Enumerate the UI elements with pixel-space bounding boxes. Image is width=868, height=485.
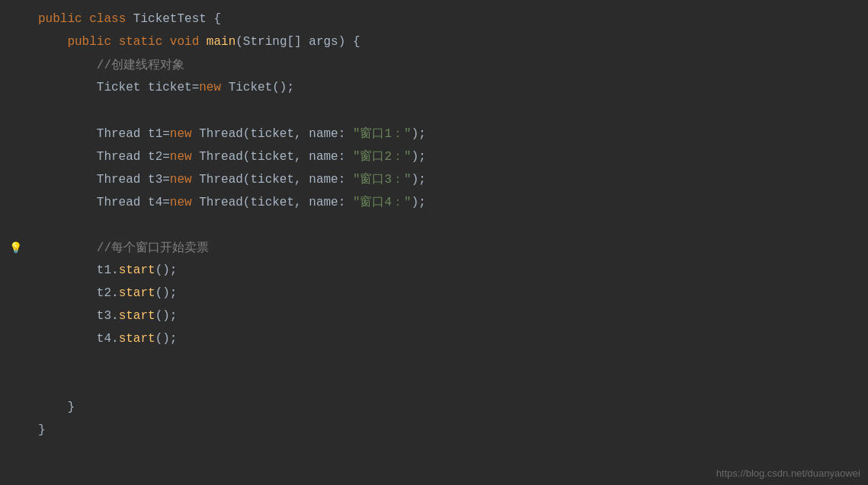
token-plain: (); bbox=[155, 332, 178, 346]
token-kw-new: new bbox=[199, 81, 228, 94]
token-plain: = bbox=[162, 150, 170, 164]
token-plain: = bbox=[162, 196, 170, 209]
token-plain: ); bbox=[412, 196, 426, 209]
line-content: Ticket ticket=new Ticket(); bbox=[30, 81, 868, 94]
token-plain: (ticket, bbox=[243, 127, 309, 141]
token-kw-new: new bbox=[170, 127, 199, 141]
line-content: } bbox=[30, 423, 868, 437]
code-line: Thread t2=new Thread(ticket, name: "窗口2：… bbox=[0, 145, 868, 168]
token-kw-name: name: bbox=[309, 173, 353, 187]
line-content: t1.start(); bbox=[30, 263, 868, 277]
token-thread-cls: Thread bbox=[199, 127, 243, 141]
code-line: //创建线程对象 bbox=[0, 53, 868, 76]
code-line: t1.start(); bbox=[0, 259, 868, 282]
token-method-name: start bbox=[119, 332, 155, 346]
token-thread-cls: Thread bbox=[199, 150, 243, 164]
token-var: t2 bbox=[97, 286, 111, 300]
token-thread-cls: Thread bbox=[97, 196, 148, 209]
token-plain: (); bbox=[155, 263, 178, 277]
token-string: "窗口2：" bbox=[353, 150, 412, 164]
token-plain: (String[] args) { bbox=[235, 35, 360, 49]
token-plain: . bbox=[111, 309, 119, 323]
token-plain: . bbox=[111, 263, 119, 277]
token-comment: //创建线程对象 bbox=[97, 59, 184, 72]
token-var: t4 bbox=[97, 332, 111, 346]
line-content: } bbox=[30, 400, 868, 414]
token-method-name: start bbox=[119, 263, 155, 277]
token-plain: } bbox=[67, 400, 75, 414]
token-plain: (ticket, bbox=[243, 173, 309, 187]
token-plain: = bbox=[192, 81, 200, 94]
token-var: t1 bbox=[97, 263, 111, 277]
token-plain: = bbox=[162, 127, 170, 141]
hint-icon: 💡 bbox=[9, 241, 22, 254]
token-var: t2 bbox=[148, 150, 162, 164]
token-var: t4 bbox=[148, 196, 162, 209]
token-method-name: main bbox=[207, 35, 235, 49]
token-plain: . bbox=[111, 332, 119, 346]
line-content: Thread t2=new Thread(ticket, name: "窗口2：… bbox=[30, 148, 868, 164]
line-content: //创建线程对象 bbox=[30, 57, 868, 73]
line-content: t2.start(); bbox=[30, 286, 868, 300]
code-line: t3.start(); bbox=[0, 305, 868, 327]
token-thread-cls: Thread bbox=[199, 173, 243, 187]
token-plain: (); bbox=[155, 309, 178, 323]
token-kw-static: static bbox=[119, 35, 170, 49]
token-plain: (ticket, bbox=[243, 196, 309, 209]
token-method-name: start bbox=[119, 286, 155, 300]
line-content: Thread t1=new Thread(ticket, name: "窗口1：… bbox=[30, 126, 868, 142]
token-var: ticket bbox=[148, 81, 192, 94]
token-kw-public: public bbox=[38, 12, 89, 26]
code-line bbox=[0, 350, 868, 373]
token-plain: (); bbox=[272, 81, 294, 94]
token-kw-new: new bbox=[170, 196, 199, 209]
line-content: t3.start(); bbox=[30, 309, 868, 323]
token-kw-new: new bbox=[170, 173, 199, 187]
token-plain: (ticket, bbox=[243, 150, 309, 164]
code-line: 💡 //每个窗口开始卖票 bbox=[0, 236, 868, 259]
code-line: t4.start(); bbox=[0, 327, 868, 350]
code-line bbox=[0, 99, 868, 122]
code-lines: public class TicketTest { public static … bbox=[0, 8, 868, 442]
token-thread-cls: Thread bbox=[97, 150, 148, 164]
code-line bbox=[0, 213, 868, 236]
token-string: "窗口4：" bbox=[353, 196, 412, 209]
token-kw-void: void bbox=[170, 35, 207, 49]
token-plain: ); bbox=[412, 127, 426, 141]
code-line: Thread t1=new Thread(ticket, name: "窗口1：… bbox=[0, 122, 868, 145]
token-var: t3 bbox=[97, 309, 111, 323]
code-line: Thread t3=new Thread(ticket, name: "窗口3：… bbox=[0, 168, 868, 190]
token-method-name: start bbox=[119, 309, 155, 323]
token-thread-cls: Thread bbox=[97, 127, 148, 141]
token-kw-class: class bbox=[89, 12, 133, 26]
line-content: Thread t3=new Thread(ticket, name: "窗口3：… bbox=[30, 171, 868, 187]
line-content: //每个窗口开始卖票 bbox=[30, 240, 868, 256]
line-content: Thread t4=new Thread(ticket, name: "窗口4：… bbox=[30, 194, 868, 210]
code-line: public static void main(String[] args) { bbox=[0, 30, 868, 53]
line-content: public class TicketTest { bbox=[30, 12, 868, 26]
token-plain: = bbox=[162, 173, 170, 187]
token-string: "窗口3：" bbox=[353, 173, 412, 187]
token-plain: ); bbox=[412, 173, 426, 187]
token-kw-name: name: bbox=[309, 196, 353, 209]
line-gutter: 💡 bbox=[0, 241, 30, 254]
token-cls-name: TicketTest bbox=[133, 12, 214, 26]
code-line: } bbox=[0, 396, 868, 419]
token-comment: //每个窗口开始卖票 bbox=[97, 241, 209, 255]
watermark: https://blog.csdn.net/duanyaowei bbox=[716, 467, 860, 479]
token-plain: (); bbox=[155, 286, 178, 300]
token-kw-name: name: bbox=[309, 150, 353, 164]
token-kw-public: public bbox=[67, 35, 118, 49]
token-var: t3 bbox=[148, 173, 162, 187]
code-editor: public class TicketTest { public static … bbox=[0, 0, 868, 485]
token-thread-cls: Ticket bbox=[97, 81, 148, 94]
code-line: } bbox=[0, 419, 868, 442]
token-plain: ); bbox=[412, 150, 426, 164]
code-line bbox=[0, 373, 868, 396]
token-plain: } bbox=[38, 423, 46, 437]
token-kw-name: name: bbox=[309, 127, 353, 141]
token-kw-new: new bbox=[170, 150, 199, 164]
code-line: Thread t4=new Thread(ticket, name: "窗口4：… bbox=[0, 190, 868, 213]
line-content: public static void main(String[] args) { bbox=[30, 35, 868, 49]
code-line: Ticket ticket=new Ticket(); bbox=[0, 76, 868, 99]
